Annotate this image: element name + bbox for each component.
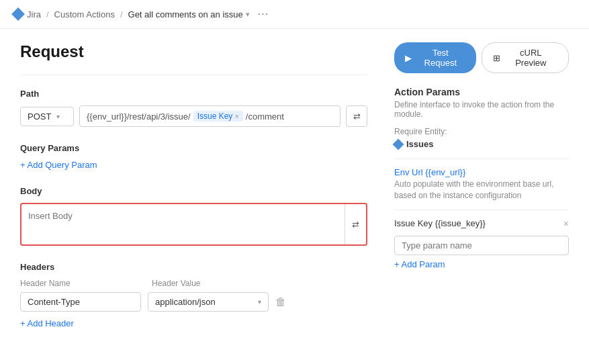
header-name-input[interactable] — [20, 292, 141, 312]
path-row: POST ▾ {{env_url}}/rest/api/3/issue/ Iss… — [20, 105, 367, 127]
path-suffix: /comment — [246, 111, 284, 122]
page-title: Request — [20, 42, 367, 61]
body-sync-icon: ⇄ — [352, 220, 359, 230]
right-top-actions: ▶ Test Request ⊞ cURL Preview — [394, 42, 569, 73]
add-param-link[interactable]: + Add Param — [394, 259, 569, 269]
body-section: Body ⇄ — [20, 186, 367, 246]
nav-jira-link[interactable]: Jira — [27, 9, 41, 19]
action-params-title: Action Params — [394, 87, 569, 97]
nav-custom-actions-link[interactable]: Custom Actions — [54, 9, 115, 19]
query-params-section: Query Params + Add Query Param — [20, 143, 367, 170]
terminal-icon: ⊞ — [493, 53, 500, 63]
header-name-col-label: Header Name — [20, 279, 141, 288]
header-value-chevron-icon: ▾ — [258, 298, 261, 306]
body-textarea[interactable] — [21, 204, 345, 244]
header-row: application/json ▾ 🗑 — [20, 292, 367, 312]
header-value-select[interactable]: application/json ▾ — [148, 292, 269, 312]
breadcrumb: Jira / Custom Actions / Get all comments… — [0, 0, 589, 29]
param-divider-2 — [394, 210, 569, 210]
action-params-desc: Define interface to invoke the action fr… — [394, 100, 569, 119]
path-input[interactable]: {{env_url}}/rest/api/3/issue/ Issue Key … — [79, 105, 341, 127]
header-value-col-label: Header Value — [152, 279, 273, 288]
query-params-label: Query Params — [20, 143, 367, 153]
nav-chevron-icon: ▾ — [246, 10, 250, 19]
entity-name: Issues — [406, 139, 433, 149]
jira-logo-icon — [11, 7, 25, 21]
sync-icon: ⇄ — [353, 111, 361, 122]
env-url-desc: Auto populate with the environment base … — [394, 179, 569, 201]
env-url-param: Env Url {{env_url}} Auto populate with t… — [394, 167, 569, 201]
body-label: Body — [20, 186, 367, 196]
nav-current-page: Get all comments on an issue ▾ — [128, 9, 250, 19]
entity-diamond-icon — [393, 138, 404, 150]
add-query-param-link[interactable]: + Add Query Param — [20, 160, 97, 170]
path-prefix: {{env_url}}/rest/api/3/issue/ — [87, 111, 191, 122]
headers-label: Headers — [20, 262, 367, 272]
path-tag-issue-key: Issue Key × — [193, 111, 243, 122]
nav-more-options[interactable]: ··· — [258, 8, 269, 20]
issue-key-label: Issue Key {{issue_key}} — [394, 218, 486, 228]
path-label: Path — [20, 89, 367, 99]
param-name-input[interactable] — [394, 236, 569, 255]
method-value: POST — [28, 111, 51, 122]
left-panel: Request Path POST ▾ {{env_url}}/rest/api… — [20, 42, 367, 345]
headers-section: Headers Header Name Header Value applica… — [20, 262, 367, 328]
header-delete-icon[interactable]: 🗑 — [275, 296, 286, 308]
issue-key-row: Issue Key {{issue_key}} × — [394, 218, 569, 229]
title-divider — [20, 75, 367, 75]
issue-key-close-icon[interactable]: × — [563, 218, 569, 229]
require-entity-label: Require Entity: — [394, 127, 569, 136]
param-divider-1 — [394, 158, 569, 159]
path-tag-close-icon[interactable]: × — [234, 112, 238, 120]
path-section: Path POST ▾ {{env_url}}/rest/api/3/issue… — [20, 89, 367, 127]
header-value-text: application/json — [155, 297, 216, 307]
header-col-labels: Header Name Header Value — [20, 279, 367, 288]
test-icon: ▶ — [405, 53, 412, 63]
right-panel: ▶ Test Request ⊞ cURL Preview Action Par… — [394, 42, 569, 345]
add-header-link[interactable]: + Add Header — [20, 318, 74, 328]
entity-row: Issues — [394, 139, 569, 149]
env-url-link[interactable]: Env Url {{env_url}} — [394, 167, 569, 177]
test-request-button[interactable]: ▶ Test Request — [394, 42, 476, 73]
method-chevron-icon: ▾ — [56, 113, 60, 120]
path-sync-button[interactable]: ⇄ — [346, 105, 367, 127]
body-textarea-wrapper: ⇄ — [20, 203, 367, 246]
body-sync-button[interactable]: ⇄ — [345, 204, 366, 244]
curl-preview-button[interactable]: ⊞ cURL Preview — [482, 42, 569, 73]
method-select[interactable]: POST ▾ — [20, 107, 74, 126]
